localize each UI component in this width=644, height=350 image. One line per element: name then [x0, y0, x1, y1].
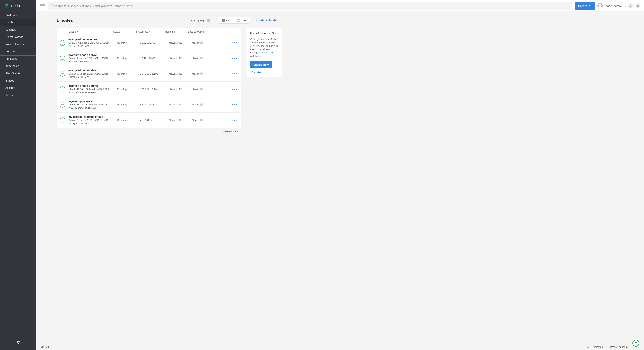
- linode-status: Running: [117, 119, 140, 122]
- svg-rect-4: [40, 4, 45, 4]
- sidebar-item-dashboard[interactable]: Dashboard: [0, 11, 36, 19]
- sidebar-item-linodes[interactable]: Linodes: [0, 19, 36, 26]
- row-actions-menu[interactable]: •••: [232, 103, 237, 106]
- linode-name[interactable]: example-linode-debian: [68, 53, 117, 56]
- backup-card: Back Up Your Data We've got your back! C…: [246, 28, 282, 77]
- table-row[interactable]: example-linode-centosCentOS 7, Linode 2G…: [57, 35, 241, 51]
- table-row[interactable]: my-example-linodeUbuntu 18.04 LTS, Nanod…: [57, 97, 241, 113]
- svg-rect-10: [223, 19, 225, 20]
- sidebar-item-volumes[interactable]: Volumes: [0, 26, 36, 33]
- server-icon: [60, 71, 65, 77]
- linode-region: Newark, NJ: [169, 72, 192, 75]
- view-grid-button[interactable]: Grid: [234, 17, 249, 23]
- download-csv[interactable]: Download CSV: [57, 128, 241, 133]
- hamburger-icon: [40, 4, 45, 7]
- row-actions-menu[interactable]: •••: [232, 56, 237, 60]
- row-actions-menu[interactable]: •••: [232, 87, 237, 91]
- view-toggle: List Grid: [219, 17, 249, 23]
- title-row: Linodes Group by Tag: List Grid + Add a …: [57, 17, 282, 23]
- linode-backup: Never: [192, 88, 215, 91]
- header: Create linode_demo215 0: [36, 0, 288, 11]
- dismiss-backup-card[interactable]: Dismiss: [250, 71, 262, 74]
- sidebar-item-get-help[interactable]: Get Help: [0, 91, 36, 99]
- linode-status: Running: [117, 41, 140, 44]
- svg-rect-17: [238, 21, 239, 22]
- server-icon: [60, 102, 65, 108]
- svg-rect-11: [223, 20, 225, 21]
- table-row[interactable]: example-linode-debianDebian 9, Linode 2G…: [57, 51, 241, 66]
- linode-name[interactable]: my-second-example-linode: [68, 115, 117, 118]
- grid-icon: [237, 19, 240, 22]
- search-icon: [50, 4, 54, 8]
- col-linode[interactable]: Linode▲: [60, 30, 113, 33]
- table-row[interactable]: my-second-example-linodeDebian 9, Linode…: [57, 113, 241, 128]
- svg-rect-8: [222, 20, 223, 21]
- cloud-icon: [200, 73, 203, 75]
- col-region[interactable]: Region▲▼: [165, 30, 188, 33]
- col-ip[interactable]: IP Address▲▼: [136, 30, 165, 33]
- linode-region: Newark, NJ: [169, 41, 192, 44]
- add-linode-button[interactable]: + Add a Linode: [255, 19, 276, 22]
- table-row[interactable]: example-linode-ubuntuUbuntu 18.04 LTS, L…: [57, 81, 241, 97]
- linode-backup: Never: [192, 119, 215, 122]
- linode-name[interactable]: my-example-linode: [68, 100, 117, 103]
- linode-ip: 45.79.136.202: [140, 103, 169, 106]
- cloud-icon: [200, 42, 203, 44]
- linode-name[interactable]: example-linode-debian-2: [68, 69, 117, 72]
- menu-toggle[interactable]: [40, 3, 45, 8]
- row-actions-menu[interactable]: •••: [232, 41, 237, 45]
- col-backup[interactable]: Last Backup▲▼: [188, 30, 211, 33]
- sidebar-item-account[interactable]: Account: [0, 84, 36, 91]
- linode-name[interactable]: example-linode-centos: [68, 38, 117, 41]
- main-content: Linodes Group by Tag: List Grid + Add a …: [36, 11, 288, 150]
- linode-backup: Never: [192, 103, 215, 106]
- plus-icon: +: [255, 19, 258, 22]
- search-input[interactable]: [54, 4, 288, 7]
- cloud-icon: [200, 119, 203, 121]
- table-row[interactable]: example-linode-debian-2Debian 9, Linode …: [57, 66, 241, 82]
- brand-logo[interactable]: linode: [0, 0, 36, 11]
- search-bar[interactable]: [48, 1, 288, 10]
- nav-list: DashboardLinodesVolumesObject StorageNod…: [0, 11, 36, 156]
- linode-backup: Never: [192, 57, 215, 60]
- row-actions-menu[interactable]: •••: [232, 72, 237, 76]
- row-actions-menu[interactable]: •••: [232, 118, 237, 122]
- linode-name[interactable]: example-linode-ubuntu: [68, 84, 117, 87]
- enable-backups-button[interactable]: Enable Now: [250, 61, 272, 68]
- svg-marker-0: [5, 4, 7, 6]
- linode-region: Newark, NJ: [169, 88, 192, 91]
- sidebar: linode DashboardLinodesVolumesObject Sto…: [0, 0, 36, 156]
- linode-status: Running: [117, 88, 140, 91]
- svg-rect-5: [40, 5, 45, 6]
- server-icon: [60, 117, 65, 123]
- linodes-table: Linode▲ Status▲▼ IP Address▲▼ Region▲▼ L…: [57, 28, 241, 128]
- sidebar-item-domains[interactable]: Domains: [0, 48, 36, 55]
- linode-region: Newark, NJ: [169, 57, 192, 60]
- linode-ip: 45.79.146.63: [140, 57, 169, 60]
- svg-text:linode: linode: [10, 3, 20, 8]
- col-status[interactable]: Status▲▼: [113, 30, 136, 33]
- table-header: Linode▲ Status▲▼ IP Address▲▼ Region▲▼ L…: [57, 28, 241, 35]
- sidebar-item-stackscripts[interactable]: StackScripts: [0, 70, 36, 77]
- sidebar-item-longview[interactable]: Longview: [0, 55, 36, 62]
- linode-status: Running: [117, 72, 140, 75]
- linode-spec: Ubuntu 18.04 LTS, Linode 2GB: 1 CPU, 50G…: [68, 88, 117, 94]
- server-icon: [60, 55, 65, 61]
- view-list-button[interactable]: List: [219, 17, 234, 23]
- cloud-icon: [200, 104, 203, 106]
- linode-backup: Never: [192, 72, 215, 75]
- sidebar-item-kubernetes[interactable]: Kubernetes: [0, 62, 36, 70]
- svg-rect-15: [239, 19, 240, 20]
- sidebar-item-object-storage[interactable]: Object Storage: [0, 33, 36, 40]
- group-by-label: Group by Tag:: [189, 19, 204, 22]
- backup-card-title: Back Up Your Data: [250, 31, 279, 35]
- backup-card-text: We've got your back! Click below to enab…: [250, 38, 279, 58]
- linode-spec: Debian 9, Linode 2GB: 1 CPU, 50GB Storag…: [68, 119, 117, 125]
- page-title: Linodes: [57, 18, 73, 23]
- linode-spec: Ubuntu 18.04 LTS, Nanode 1GB: 1 CPU, 25G…: [68, 103, 117, 110]
- linode-status: Running: [117, 57, 140, 60]
- group-by-toggle[interactable]: [206, 18, 213, 22]
- svg-rect-18: [239, 21, 240, 22]
- sidebar-item-images[interactable]: Images: [0, 77, 36, 84]
- sidebar-item-nodebalancers[interactable]: NodeBalancers: [0, 40, 36, 48]
